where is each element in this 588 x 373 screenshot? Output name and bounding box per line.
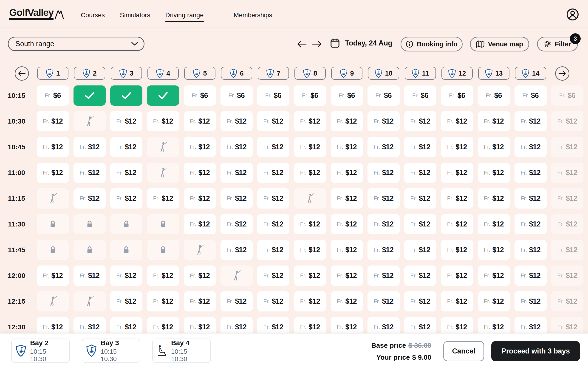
slot-available[interactable]: Fr.$12	[294, 137, 326, 157]
slot-available[interactable]: Fr.$12	[478, 266, 510, 286]
slot-available[interactable]: Fr.$12	[368, 240, 400, 260]
slot-available[interactable]: Fr.$12	[294, 214, 326, 234]
slot-available[interactable]: Fr.$12	[441, 266, 473, 286]
slot-available[interactable]: Fr.$6	[220, 85, 253, 106]
slot-available[interactable]: Fr.$12	[294, 266, 326, 286]
slot-available[interactable]: Fr.$12	[74, 163, 106, 183]
scroll-bays-right-button[interactable]	[555, 66, 569, 81]
slot-available[interactable]: Fr.$12	[110, 317, 142, 333]
slot-available[interactable]: Fr.$6	[331, 85, 363, 106]
slot-available[interactable]: Fr.$12	[257, 214, 289, 234]
slot-available[interactable]: Fr.$12	[257, 111, 289, 131]
slot-available[interactable]: Fr.$12	[220, 111, 253, 131]
slot-available[interactable]: Fr.$12	[257, 266, 289, 286]
slot-available[interactable]: Fr.$12	[37, 137, 69, 157]
bay-header-chip-11[interactable]: 11	[405, 67, 436, 80]
slot-available[interactable]: Fr.$12	[184, 163, 216, 183]
slot-available[interactable]: Fr.$12	[331, 266, 363, 286]
slot-available[interactable]: Fr.$12	[257, 317, 289, 333]
booking-info-button[interactable]: Booking info	[400, 37, 462, 52]
slot-available[interactable]: Fr.$12	[110, 111, 142, 131]
slot-available[interactable]: Fr.$12	[184, 111, 216, 131]
slot-available[interactable]: Fr.$12	[514, 111, 547, 131]
slot-available[interactable]: Fr.$12	[294, 163, 326, 183]
slot-available[interactable]: Fr.$12	[257, 163, 289, 183]
slot-available[interactable]: Fr.$12	[514, 266, 547, 286]
bay-header-chip-4[interactable]: 4	[147, 67, 179, 80]
slot-available[interactable]: Fr.$12	[514, 317, 547, 333]
slot-available[interactable]: Fr.$12	[478, 163, 510, 183]
slot-available[interactable]: Fr.$12	[331, 240, 363, 260]
slot-available[interactable]: Fr.$12	[478, 188, 510, 208]
slot-available[interactable]: Fr.$12	[37, 111, 69, 131]
bay-header-chip-5[interactable]: 5	[184, 67, 215, 80]
slot-available[interactable]: Fr.$12	[220, 137, 253, 157]
slot-available[interactable]: Fr.$12	[257, 137, 289, 157]
bay-header-chip-7[interactable]: 7	[258, 67, 289, 80]
slot-available[interactable]: Fr.$12	[441, 240, 473, 260]
slot-available[interactable]: Fr.$12	[331, 163, 363, 183]
slot-available[interactable]: Fr.$12	[478, 291, 510, 311]
slot-available[interactable]: Fr.$12	[441, 111, 473, 131]
slot-available[interactable]: Fr.$12	[331, 291, 363, 311]
slot-available[interactable]: Fr.$12	[147, 188, 179, 208]
slot-available[interactable]: Fr.$12	[110, 163, 142, 183]
slot-available[interactable]: Fr.$12	[147, 317, 179, 333]
bay-header-chip-14[interactable]: 14	[515, 67, 546, 80]
bay-header-chip-12[interactable]: 12	[441, 67, 473, 80]
slot-available[interactable]: Fr.$12	[514, 291, 547, 311]
slot-available[interactable]: Fr.$12	[368, 317, 400, 333]
slot-available[interactable]: Fr.$12	[368, 137, 400, 157]
slot-available[interactable]: Fr.$12	[37, 163, 69, 183]
bay-header-chip-6[interactable]: 6	[221, 67, 252, 80]
slot-available[interactable]: Fr.$12	[441, 317, 473, 333]
slot-available[interactable]: Fr.$12	[404, 240, 436, 260]
slot-available[interactable]: Fr.$12	[441, 291, 473, 311]
slot-available[interactable]: Fr.$12	[404, 137, 436, 157]
slot-available[interactable]: Fr.$12	[184, 188, 216, 208]
slot-available[interactable]: Fr.$12	[478, 317, 510, 333]
slot-available[interactable]: Fr.$12	[404, 266, 436, 286]
bay-header-chip-1[interactable]: 1	[37, 67, 68, 80]
slot-available[interactable]: Fr.$12	[514, 188, 547, 208]
slot-available[interactable]: Fr.$12	[514, 240, 547, 260]
slot-available[interactable]: Fr.$12	[404, 214, 436, 234]
slot-available[interactable]: Fr.$12	[404, 163, 436, 183]
slot-available[interactable]: Fr.$12	[110, 137, 142, 157]
slot-available[interactable]: Fr.$12	[404, 317, 436, 333]
slot-available[interactable]: Fr.$6	[294, 85, 326, 106]
slot-available[interactable]: Fr.$12	[257, 240, 289, 260]
slot-available[interactable]: Fr.$12	[37, 266, 69, 286]
slot-available[interactable]: Fr.$12	[220, 317, 253, 333]
slot-available[interactable]: Fr.$12	[74, 137, 106, 157]
slot-available[interactable]: Fr.$12	[478, 240, 510, 260]
slot-available[interactable]: Fr.$12	[478, 137, 510, 157]
bay-header-chip-2[interactable]: 2	[74, 67, 105, 80]
slot-available[interactable]: Fr.$12	[404, 291, 436, 311]
slot-available[interactable]: Fr.$12	[294, 317, 326, 333]
slot-available[interactable]: Fr.$12	[220, 214, 253, 234]
nav-item-simulators[interactable]: Simulators	[120, 11, 150, 19]
selected-bay-card[interactable]: Bay 410:15 - 10:30	[152, 339, 211, 363]
slot-available[interactable]: Fr.$12	[441, 163, 473, 183]
prev-day-button[interactable]	[297, 40, 307, 49]
scroll-bays-left-button[interactable]	[15, 66, 29, 81]
slot-available[interactable]: Fr.$12	[294, 291, 326, 311]
cancel-button[interactable]: Cancel	[443, 341, 484, 361]
next-day-button[interactable]	[312, 40, 322, 49]
nav-item-courses[interactable]: Courses	[81, 11, 105, 19]
slot-available[interactable]: Fr.$12	[441, 214, 473, 234]
slot-available[interactable]: Fr.$6	[368, 85, 400, 106]
slot-available[interactable]: Fr.$12	[74, 317, 106, 333]
slot-available[interactable]: Fr.$12	[514, 137, 547, 157]
slot-available[interactable]: Fr.$12	[220, 291, 253, 311]
slot-available[interactable]: Fr.$12	[404, 188, 436, 208]
slot-available[interactable]: Fr.$12	[110, 188, 142, 208]
slot-available[interactable]: Fr.$12	[184, 137, 216, 157]
date-picker[interactable]: Today, 24 Aug	[330, 38, 392, 48]
slot-selected[interactable]	[110, 85, 142, 106]
slot-available[interactable]: Fr.$12	[220, 188, 253, 208]
slot-available[interactable]: Fr.$12	[368, 214, 400, 234]
slot-available[interactable]: Fr.$12	[110, 266, 142, 286]
slot-available[interactable]: Fr.$12	[147, 266, 179, 286]
